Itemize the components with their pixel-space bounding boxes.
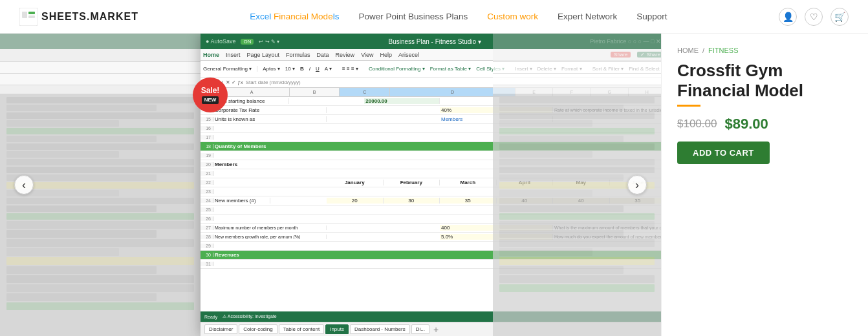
header-icons: 👤 ♡ 🛒 [779, 8, 849, 26]
main-content: ● AutoSave ON ↩ ↪ ✎ ▾ Business Plan - Fi… [0, 34, 868, 336]
nav-expert-network[interactable]: Expert Network [558, 12, 617, 21]
prev-slide-button[interactable]: ‹ [14, 175, 34, 194]
ss-tab-more[interactable]: Di... [411, 324, 429, 334]
next-slide-button[interactable]: › [627, 175, 647, 194]
breadcrumb: HOME / FITNESS [677, 47, 852, 54]
ss-tab-color-coding[interactable]: Color-coding [239, 324, 277, 334]
sale-badge: Sale! NEW [193, 78, 228, 112]
svg-rect-3 [28, 16, 35, 18]
nav-powerpoint[interactable]: Power Point Business Plans [358, 12, 468, 21]
price-old: $100.00 [677, 118, 717, 131]
price-new: $89.00 [724, 116, 768, 132]
main-nav: Excel Financial Models Power Point Busin… [250, 12, 667, 21]
product-title: Crossfit Gym Financial Model [677, 61, 852, 101]
add-to-cart-button[interactable]: ADD TO CART [677, 142, 770, 164]
product-panel: HOME / FITNESS Crossfit Gym Financial Mo… [661, 34, 868, 336]
cart-icon-button[interactable]: 🛒 [830, 8, 849, 26]
price-row: $100.00 $89.00 [677, 116, 852, 132]
nav-excel-models[interactable]: Excel Financial Models [250, 12, 339, 21]
logo[interactable]: SHEETS.MARKET [19, 8, 138, 26]
product-title-underline [677, 105, 700, 107]
breadcrumb-category: FITNESS [708, 47, 738, 54]
breadcrumb-home[interactable]: HOME [677, 47, 699, 54]
nav-support[interactable]: Support [636, 12, 667, 21]
ss-tab-table-of-content[interactable]: Table of content [279, 324, 324, 334]
ss-tab-dashboard[interactable]: Dashboard - Numbers [350, 324, 410, 334]
svg-rect-1 [22, 12, 27, 18]
site-header: SHEETS.MARKET Excel Financial Models Pow… [0, 0, 868, 34]
breadcrumb-sep-1: / [702, 47, 704, 54]
arrow-left-icon: ‹ [22, 178, 26, 192]
nav-custom-work[interactable]: Custom work [487, 12, 538, 21]
logo-icon [19, 8, 38, 26]
ss-tab-disclaimer[interactable]: Disclaimer [204, 324, 237, 334]
svg-rect-2 [28, 12, 35, 14]
wishlist-icon-button[interactable]: ♡ [805, 8, 823, 26]
user-icon-button[interactable]: 👤 [779, 8, 797, 26]
ss-tab-inputs[interactable]: Inputs [325, 324, 349, 334]
arrow-right-icon: › [635, 178, 639, 192]
preview-area: ● AutoSave ON ↩ ↪ ✎ ▾ Business Plan - Fi… [0, 34, 661, 336]
logo-text: SHEETS.MARKET [41, 11, 138, 23]
